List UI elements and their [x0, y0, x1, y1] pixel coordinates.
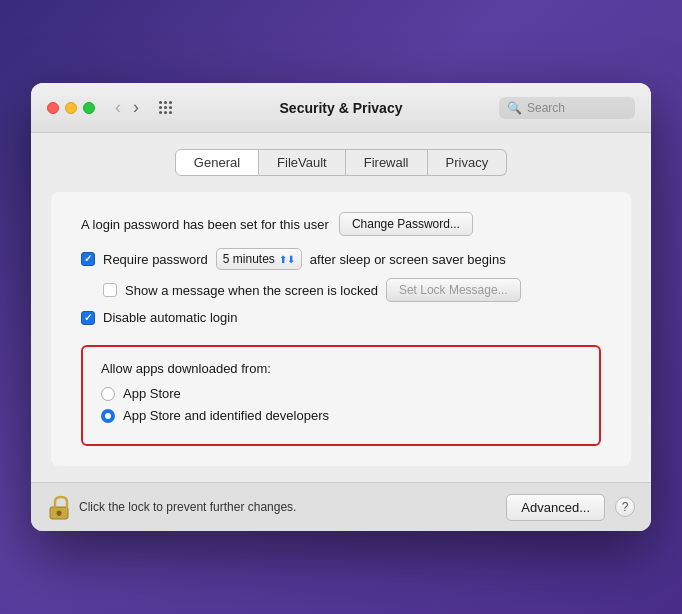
chevron-right-icon: › — [133, 97, 139, 118]
minimize-button[interactable] — [65, 102, 77, 114]
show-all-button[interactable] — [153, 99, 178, 116]
lock-area: Click the lock to prevent further change… — [47, 493, 496, 521]
lock-icon[interactable] — [47, 493, 71, 521]
disable-auto-login-checkbox[interactable]: ✓ — [81, 311, 95, 325]
maximize-button[interactable] — [83, 102, 95, 114]
tab-general[interactable]: General — [175, 149, 259, 176]
tab-privacy[interactable]: Privacy — [428, 149, 508, 176]
back-button[interactable]: ‹ — [111, 95, 125, 120]
login-password-text: A login password has been set for this u… — [81, 217, 329, 232]
help-button[interactable]: ? — [615, 497, 635, 517]
search-icon: 🔍 — [507, 101, 522, 115]
dropdown-arrow-icon: ⬆⬇ — [279, 254, 295, 265]
change-password-button[interactable]: Change Password... — [339, 212, 473, 236]
app-store-radio-row: App Store — [101, 386, 581, 401]
require-password-row: ✓ Require password 5 minutes ⬆⬇ after sl… — [81, 248, 601, 270]
nav-buttons: ‹ › — [111, 95, 143, 120]
app-store-identified-radio[interactable] — [101, 409, 115, 423]
window-title: Security & Privacy — [280, 100, 403, 116]
advanced-button[interactable]: Advanced... — [506, 494, 605, 521]
require-password-checkbox[interactable]: ✓ — [81, 252, 95, 266]
chevron-left-icon: ‹ — [115, 97, 121, 118]
require-password-suffix: after sleep or screen saver begins — [310, 252, 506, 267]
tab-filevault[interactable]: FileVault — [259, 149, 346, 176]
grid-icon — [159, 101, 172, 114]
lock-help-text: Click the lock to prevent further change… — [79, 500, 296, 514]
gatekeeper-section: Allow apps downloaded from: App Store Ap… — [81, 345, 601, 446]
search-input[interactable] — [527, 101, 627, 115]
show-message-row: Show a message when the screen is locked… — [103, 278, 601, 302]
traffic-lights — [47, 102, 95, 114]
check-icon-2: ✓ — [84, 313, 92, 323]
search-box[interactable]: 🔍 — [499, 97, 635, 119]
password-timeout-dropdown[interactable]: 5 minutes ⬆⬇ — [216, 248, 302, 270]
app-store-label: App Store — [123, 386, 181, 401]
tab-firewall[interactable]: Firewall — [346, 149, 428, 176]
disable-auto-login-row: ✓ Disable automatic login — [81, 310, 601, 325]
content-area: General FileVault Firewall Privacy A log… — [31, 133, 651, 482]
show-message-checkbox[interactable] — [103, 283, 117, 297]
close-button[interactable] — [47, 102, 59, 114]
disable-auto-login-label: Disable automatic login — [103, 310, 237, 325]
app-store-radio[interactable] — [101, 387, 115, 401]
set-lock-message-button[interactable]: Set Lock Message... — [386, 278, 521, 302]
titlebar: ‹ › Security & Privacy 🔍 — [31, 83, 651, 133]
require-password-label: Require password — [103, 252, 208, 267]
show-message-label: Show a message when the screen is locked — [125, 283, 378, 298]
svg-rect-2 — [58, 513, 60, 516]
system-preferences-window: ‹ › Security & Privacy 🔍 General FileVau… — [31, 83, 651, 531]
login-password-row: A login password has been set for this u… — [81, 212, 601, 236]
password-timeout-value: 5 minutes — [223, 252, 275, 266]
check-icon: ✓ — [84, 254, 92, 264]
bottom-bar: Click the lock to prevent further change… — [31, 482, 651, 531]
forward-button[interactable]: › — [129, 95, 143, 120]
app-store-identified-radio-row: App Store and identified developers — [101, 408, 581, 423]
tab-bar: General FileVault Firewall Privacy — [51, 149, 631, 176]
general-panel: A login password has been set for this u… — [51, 192, 631, 466]
gatekeeper-label: Allow apps downloaded from: — [101, 361, 581, 376]
app-store-identified-label: App Store and identified developers — [123, 408, 329, 423]
